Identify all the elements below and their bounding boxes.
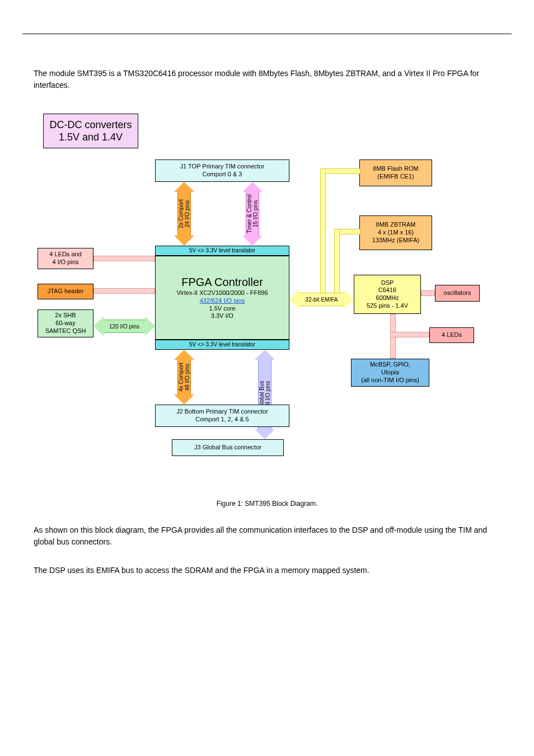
dsp-l3: 600MHz: [376, 294, 399, 302]
leds4-block: 4 LEDs: [429, 327, 474, 343]
j1-l1: J1 TOP Primary TIM connector: [180, 163, 265, 171]
dsp-l2: C6416: [378, 287, 396, 294]
figure-caption: Figure 1: SMT395 Block Diagram.: [0, 500, 534, 508]
block-diagram: DC-DC converters 1.5V and 1.4V J1 TOP Pr…: [38, 114, 496, 483]
post-text-1: As shown on this block diagram, the FPGA…: [34, 524, 500, 548]
bus-to-flash-h: [320, 168, 360, 174]
intro-text: The module SMT395 is a TMS320C6416 proce…: [34, 68, 500, 91]
bus-to-zbt-v: [334, 229, 340, 295]
bus-to-flash-v: [320, 168, 326, 295]
jtag-bar: [93, 288, 155, 294]
shb-l2: 60-way: [55, 320, 75, 327]
zbt-l2: 4 x (1M x 16): [378, 229, 414, 237]
j3-text: J3 Global Bus connector: [194, 444, 261, 452]
arrow-emifa: 32-bit EMIFA: [289, 289, 354, 309]
lvl-top-text: 5V <> 3.3V level translator: [189, 247, 255, 255]
dcdc-l1: DC-DC converters: [49, 119, 132, 132]
jtag-block: JTAG header: [38, 284, 93, 299]
fpga-l2: Virtex-II XC2V1000/2000 - FF896: [176, 289, 268, 297]
arrow-2x-comport: 2x Comport24 I/O pins: [174, 182, 194, 246]
leds-io-l1: 4 LEDs and: [49, 251, 81, 259]
mcbsp-l1: McBSP, GPIO,: [370, 361, 410, 369]
dsp-block: DSP C6416 600MHz 525 pins - 1.4V: [354, 275, 421, 314]
osc-bar: [421, 290, 435, 296]
arrow-2x-comport-label: 2x Comport24 I/O pins: [178, 199, 190, 228]
j3-connector: J3 Global Bus connector: [172, 439, 284, 456]
shb-block: 2x SHB 60-way SAMTEC QSH: [38, 309, 93, 337]
leds-io-l2: 4 I/O pins: [52, 259, 78, 266]
arrow-timer: Timer & Control15 I/O pins: [242, 182, 263, 246]
fpga-l4: 1.5V core: [209, 305, 235, 313]
arrow-emifa-label: 32-bit EMIFA: [306, 297, 338, 303]
fpga-block: FPGA Controller Virtex-II XC2V1000/2000 …: [155, 256, 289, 340]
mcbsp-block: McBSP, GPIO, Utopia (all non-TIM I/O pin…: [351, 359, 429, 387]
arrow-timer-label: Timer & Control15 I/O pins: [246, 194, 259, 233]
leds-io-bar: [93, 256, 155, 261]
shb-l3: SAMTEC QSH: [45, 327, 86, 335]
zbt-l3: 133MHz (EMIFA): [372, 237, 419, 245]
fpga-pins-link[interactable]: 432/624 I/O pins: [200, 297, 245, 305]
j2-l1: J2 Bottom Primary TIM connector: [176, 408, 268, 416]
arrow-shb: 120 I/O pins: [93, 316, 155, 336]
leds4-text: 4 LEDs: [442, 331, 462, 339]
level-translator-top: 5V <> 3.3V level translator: [155, 246, 289, 256]
lvl-bot-text: 5V <> 3.3V level translator: [189, 341, 255, 349]
zbtram-block: 8MB ZBTRAM 4 x (1M x 16) 133MHz (EMIFA): [359, 215, 432, 250]
mcbsp-l2: Utopia: [381, 369, 399, 377]
dcdc-l2: 1.5V and 1.4V: [59, 131, 123, 144]
osc-text: oscillators: [444, 289, 471, 297]
mcbsp-l3: (all non-TIM I/O pins): [361, 377, 419, 384]
j1-l2: Comport 0 & 3: [203, 171, 242, 179]
j2-l2: Comport 1, 2, 4 & 5: [195, 416, 249, 424]
jtag-text: JTAG header: [48, 288, 84, 295]
zbt-l1: 8MB ZBTRAM: [376, 221, 416, 229]
fpga-title: FPGA Controller: [181, 275, 263, 289]
leds4-bar: [390, 332, 429, 337]
post-text-2: The DSP uses its EMIFA bus to access the…: [34, 565, 500, 576]
leds-io-block: 4 LEDs and 4 I/O pins: [38, 248, 93, 269]
flash-block: 8MB Flash ROM (EMIFB CE1): [359, 159, 432, 186]
arrow-4x-comport-label: 4x Comport48 I/O pins: [178, 363, 190, 392]
oscillators-block: oscillators: [435, 285, 480, 302]
fpga-l5: 3.3V I/O: [211, 312, 233, 320]
arrow-4x-comport: 4x Comport48 I/O pins: [174, 350, 194, 405]
j2-connector: J2 Bottom Primary TIM connector Comport …: [155, 405, 289, 427]
dcdc-block: DC-DC converters 1.5V and 1.4V: [43, 114, 138, 148]
flash-l1: 8MB Flash ROM: [373, 165, 418, 173]
level-translator-bottom: 5V <> 3.3V level translator: [155, 340, 289, 350]
flash-l2: (EMIFB CE1): [377, 173, 414, 181]
shb-l1: 2x SHB: [55, 312, 76, 320]
dsp-l4: 525 pins - 1.4V: [367, 302, 408, 310]
dsp-l1: DSP: [381, 279, 394, 287]
arrow-shb-label: 120 I/O pins: [109, 323, 139, 330]
j1-connector: J1 TOP Primary TIM connector Comport 0 &…: [155, 159, 289, 182]
